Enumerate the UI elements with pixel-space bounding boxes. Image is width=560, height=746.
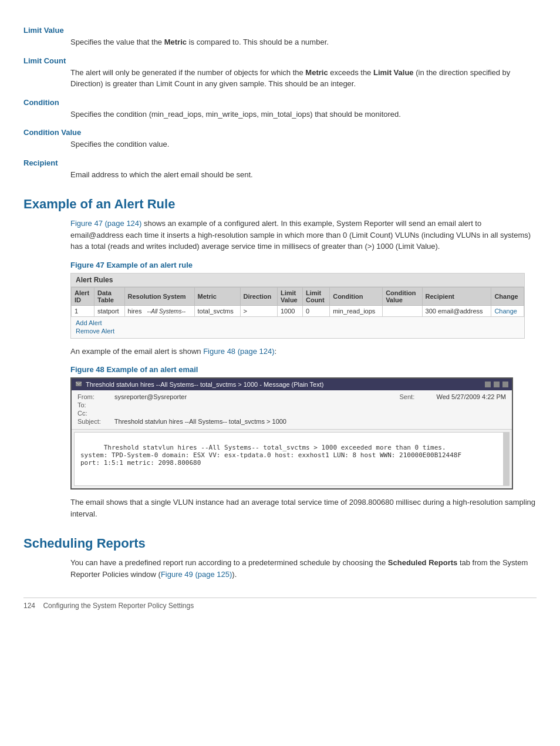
email-box: Threshold statvlun hires --All Systems--… [70, 377, 513, 490]
alert-rules-title: Alert Rules [71, 274, 524, 287]
col-recipient: Recipient [422, 287, 491, 305]
col-data-table: DataTable [94, 287, 124, 305]
col-condition-value: ConditionValue [383, 287, 422, 305]
cell-condition-value [383, 305, 422, 316]
email-body-text: Threshold statvlun hires --All Systems--… [80, 444, 461, 467]
to-label: To: [77, 401, 113, 409]
limit-count-heading: Limit Count [23, 56, 537, 65]
scheduling-reports-body: You can have a predefined report run acc… [70, 557, 537, 580]
figure49-link[interactable]: Figure 49 (page 125) [161, 570, 232, 579]
sent-value: Wed 5/27/2009 4:22 PM [437, 393, 506, 400]
between-text: An example of the email alert is shown [70, 347, 203, 356]
col-change: Change [491, 287, 524, 305]
col-limit-count: LimitCount [302, 287, 329, 305]
alert-rules-table: AlertID DataTable Resolution System Metr… [71, 287, 524, 317]
table-row: 1 statport hires --All Systems-- total_s… [72, 305, 524, 316]
cell-data-table: statport [94, 305, 124, 316]
table-header-row: AlertID DataTable Resolution System Metr… [72, 287, 524, 305]
limit-count-section: Limit Count The alert will only be gener… [23, 56, 537, 90]
email-titlebar: Threshold statvlun hires --All Systems--… [72, 379, 512, 390]
cell-limit-count: 0 [302, 305, 329, 316]
cell-alert-id: 1 [72, 305, 95, 316]
email-cc-row: Cc: [77, 410, 506, 417]
col-direction: Direction [240, 287, 277, 305]
figure48-link[interactable]: Figure 48 (page 124) [203, 347, 274, 356]
cell-metric: total_svctms [194, 305, 240, 316]
change-link[interactable]: Change [494, 308, 517, 315]
from-value: sysreporter@Sysreporter [114, 393, 187, 400]
email-window-controls [484, 382, 508, 387]
condition-value-section: Condition Value Specifies the condition … [23, 128, 537, 150]
figure48-label: Figure 48 Example of an alert email [70, 365, 537, 374]
cell-recipient: 300 email@address [422, 305, 491, 316]
subject-value: Threshold statvlun hires --All Systems--… [114, 418, 286, 425]
email-body: Threshold statvlun hires --All Systems--… [74, 432, 510, 486]
limit-value-heading: Limit Value [23, 26, 537, 35]
email-from-row: From: sysreporter@Sysreporter Sent: Wed … [77, 393, 506, 400]
recipient-section: Recipient Email address to which the ale… [23, 158, 537, 181]
cell-change: Change [491, 305, 524, 316]
recipient-body: Email address to which the alert email s… [70, 169, 537, 181]
email-icon [75, 380, 82, 389]
between-text2: : [275, 347, 277, 356]
add-alert-link[interactable]: Add Alert [76, 319, 519, 326]
footer-text: Configuring the System Reporter Policy S… [43, 602, 194, 610]
col-condition: Condition [330, 287, 383, 305]
cell-direction: > [240, 305, 277, 316]
limit-count-body: The alert will only be generated if the … [70, 67, 537, 90]
figure47-label: Figure 47 Example of an alert rule [70, 261, 537, 269]
cc-label: Cc: [77, 410, 113, 417]
scheduling-text1: You can have a predefined report run acc… [70, 558, 388, 567]
cell-limit-value: 1000 [277, 305, 302, 316]
footer: 124 Configuring the System Reporter Poli… [23, 598, 537, 610]
limit-value-section: Limit Value Specifies the value that the… [23, 26, 537, 48]
limit-value-body: Specifies the value that the Metric is c… [70, 36, 537, 48]
figure47-link[interactable]: Figure 47 (page 124) [70, 219, 141, 228]
condition-value-heading: Condition Value [23, 128, 537, 137]
svg-rect-0 [76, 382, 82, 386]
recipient-heading: Recipient [23, 158, 537, 167]
scheduling-text3: ). [232, 570, 237, 579]
add-remove-links-area: Add Alert Remove Alert [71, 317, 524, 338]
email-titlebar-text: Threshold statvlun hires --All Systems--… [86, 381, 484, 388]
example-alert-rule-intro: Figure 47 (page 124) shows an example of… [70, 218, 537, 252]
subject-label: Subject: [77, 418, 113, 425]
email-to-row: To: [77, 401, 506, 409]
after-email-text: The email shows that a single VLUN insta… [70, 497, 537, 519]
col-metric: Metric [194, 287, 240, 305]
scheduling-reports-section: Scheduling Reports You can have a predef… [23, 536, 537, 580]
from-label: From: [77, 393, 113, 400]
example-alert-rule-section: Example of an Alert Rule Figure 47 (page… [23, 197, 537, 519]
email-subject-row: Subject: Threshold statvlun hires --All … [77, 418, 506, 425]
cell-resolution-system: hires --All Systems-- [124, 305, 194, 316]
condition-body: Specifies the condition (min_read_iops, … [70, 109, 537, 120]
col-alert-id: AlertID [72, 287, 95, 305]
sent-label: Sent: [400, 393, 435, 400]
col-limit-value: LimitValue [277, 287, 302, 305]
email-header-area: From: sysreporter@Sysreporter Sent: Wed … [72, 390, 512, 430]
footer-page-num: 124 [23, 602, 35, 610]
close-icon[interactable] [502, 382, 508, 387]
example-alert-rule-heading: Example of an Alert Rule [23, 197, 537, 212]
condition-value-body: Specifies the condition value. [70, 139, 537, 150]
email-scrollbar[interactable] [503, 433, 509, 485]
maximize-icon[interactable] [494, 382, 500, 387]
cell-condition: min_read_iops [330, 305, 383, 316]
minimize-icon[interactable] [485, 382, 491, 387]
scheduled-reports-bold: Scheduled Reports [388, 558, 457, 567]
condition-section: Condition Specifies the condition (min_r… [23, 98, 537, 120]
scheduling-reports-heading: Scheduling Reports [23, 536, 537, 551]
remove-alert-link[interactable]: Remove Alert [76, 328, 519, 335]
between-email-text: An example of the email alert is shown F… [70, 346, 537, 357]
alert-rules-box: Alert Rules AlertID DataTable Resolution… [70, 273, 525, 339]
col-resolution-system: Resolution System [124, 287, 194, 305]
condition-heading: Condition [23, 98, 537, 107]
